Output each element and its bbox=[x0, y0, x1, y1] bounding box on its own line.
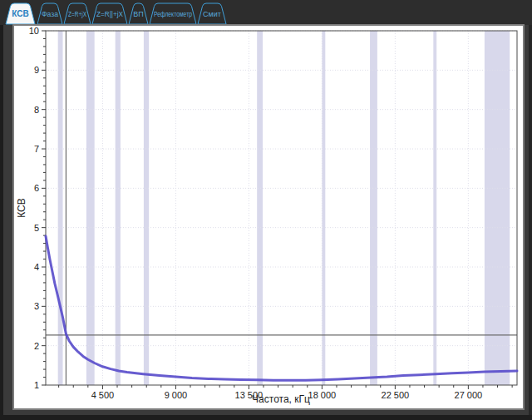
tab-z-parallel[interactable]: Z=R||+jX bbox=[92, 3, 127, 24]
y-tick-label: 9 bbox=[34, 65, 39, 75]
ham-band-stripe bbox=[257, 31, 263, 385]
y-tick-label: 8 bbox=[34, 105, 39, 115]
x-tick-label: 4 500 bbox=[91, 390, 115, 400]
chart-panel: 4 5009 00013 50018 00022 50027 000123456… bbox=[12, 24, 525, 410]
ham-band-stripe bbox=[433, 31, 436, 385]
y-axis-title: КСВ bbox=[16, 198, 27, 218]
ham-band-stripe bbox=[58, 31, 63, 385]
ham-band-stripe bbox=[144, 31, 149, 385]
tab-label-z-parallel: Z=R||+jX bbox=[96, 10, 123, 18]
ham-band-stripe bbox=[370, 31, 377, 385]
tab-label-reflektometr: Рефлектометр bbox=[154, 10, 192, 18]
y-tick-label: 3 bbox=[34, 301, 39, 311]
tab-faza[interactable]: Фаза bbox=[37, 3, 62, 24]
tab-label-z-series: Z=R+jX bbox=[68, 10, 86, 18]
window-border-left bbox=[0, 0, 3, 420]
tab-vp[interactable]: ВП bbox=[129, 3, 148, 24]
y-tick-label: 6 bbox=[34, 183, 39, 193]
y-tick-label: 4 bbox=[34, 262, 39, 272]
tab-label-faza: Фаза bbox=[42, 10, 58, 18]
y-tick-label: 7 bbox=[34, 144, 39, 154]
ham-band-stripe bbox=[485, 31, 510, 385]
ham-band-stripe bbox=[322, 31, 325, 385]
tab-ksv[interactable]: КСВ bbox=[6, 3, 35, 24]
y-tick-label: 2 bbox=[34, 341, 39, 351]
tab-label-vp: ВП bbox=[133, 10, 143, 18]
tab-label-ksv: КСВ bbox=[12, 9, 28, 18]
tab-bar-canvas: КСВФазаZ=R+jXZ=R||+jXВПРефлектометрСмит bbox=[0, 0, 532, 25]
tab-reflektometr[interactable]: Рефлектометр bbox=[150, 3, 196, 24]
x-tick-label: 27 000 bbox=[455, 390, 483, 400]
tab-z-series[interactable]: Z=R+jX bbox=[64, 3, 91, 24]
tab-bar: КСВФазаZ=R+jXZ=R||+jXВПРефлектометрСмит bbox=[0, 0, 532, 25]
app-window: { "tabs": [ {"id":"ksv","label":"КСВ","a… bbox=[0, 0, 532, 420]
window-border-bottom bbox=[0, 415, 532, 420]
ham-band-stripe bbox=[116, 31, 121, 385]
x-tick-label: 22 500 bbox=[382, 390, 410, 400]
x-tick-label: 9 000 bbox=[165, 390, 188, 400]
tab-smit[interactable]: Смит bbox=[198, 3, 226, 24]
x-axis-title: Частота, кГц bbox=[252, 393, 310, 405]
y-tick-label: 10 bbox=[29, 26, 39, 36]
swr-chart[interactable]: 4 5009 00013 50018 00022 50027 000123456… bbox=[14, 26, 520, 405]
tab-label-smit: Смит bbox=[203, 10, 221, 18]
x-tick-label: 18 000 bbox=[308, 390, 337, 400]
y-tick-label: 5 bbox=[34, 223, 39, 233]
window-border-right bbox=[529, 0, 532, 420]
y-tick-label: 1 bbox=[34, 380, 39, 390]
ham-band-stripe bbox=[86, 31, 95, 385]
